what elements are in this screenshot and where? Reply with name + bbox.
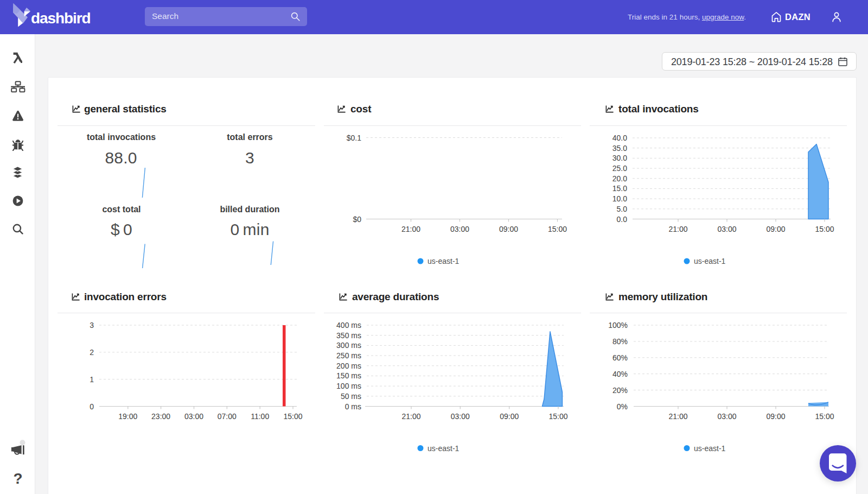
svg-text:15:00: 15:00 [548, 225, 567, 233]
svg-text:23:00: 23:00 [151, 412, 170, 421]
svg-text:21:00: 21:00 [668, 412, 687, 421]
svg-text:20.0: 20.0 [612, 174, 627, 183]
svg-text:5.0: 5.0 [617, 205, 628, 213]
svg-text:21:00: 21:00 [401, 225, 420, 233]
svg-text:300 ms: 300 ms [336, 341, 361, 350]
svg-text:09:00: 09:00 [766, 225, 785, 233]
svg-text:100%: 100% [608, 321, 628, 330]
svg-text:250 ms: 250 ms [336, 351, 361, 360]
svg-text:09:00: 09:00 [766, 412, 785, 421]
svg-text:100 ms: 100 ms [336, 382, 361, 390]
svg-text:03:00: 03:00 [451, 412, 470, 421]
svg-text:0.0: 0.0 [617, 215, 628, 224]
svg-text:03:00: 03:00 [717, 412, 736, 421]
svg-text:400 ms: 400 ms [336, 321, 361, 330]
svg-text:40%: 40% [612, 370, 628, 378]
svg-text:03:00: 03:00 [450, 225, 469, 233]
svg-text:15:00: 15:00 [815, 412, 834, 421]
svg-text:60%: 60% [612, 353, 628, 362]
svg-text:11:00: 11:00 [251, 412, 269, 421]
svg-text:0: 0 [90, 402, 94, 411]
svg-text:15:00: 15:00 [283, 412, 302, 421]
svg-text:200 ms: 200 ms [336, 362, 361, 370]
svg-text:03:00: 03:00 [184, 412, 203, 421]
svg-text:15.0: 15.0 [612, 184, 627, 193]
svg-text:35.0: 35.0 [612, 144, 627, 153]
svg-text:21:00: 21:00 [668, 225, 687, 233]
svg-text:10.0: 10.0 [612, 194, 627, 203]
svg-text:21:00: 21:00 [401, 412, 420, 421]
svg-text:$0.1: $0.1 [347, 134, 361, 142]
svg-text:03:00: 03:00 [717, 225, 736, 233]
svg-text:$0: $0 [353, 215, 361, 224]
svg-text:us-east-1: us-east-1 [694, 257, 726, 265]
svg-text:150 ms: 150 ms [336, 371, 361, 380]
svg-text:2: 2 [90, 348, 94, 357]
svg-text:20%: 20% [612, 386, 628, 395]
svg-text:us-east-1: us-east-1 [427, 257, 459, 265]
svg-text:0 ms: 0 ms [345, 402, 361, 411]
svg-text:350 ms: 350 ms [336, 331, 361, 340]
svg-text:us-east-1: us-east-1 [694, 444, 726, 453]
svg-text:15:00: 15:00 [815, 225, 834, 233]
svg-text:09:00: 09:00 [500, 412, 519, 421]
svg-text:09:00: 09:00 [499, 225, 518, 233]
svg-text:0%: 0% [617, 402, 628, 411]
svg-text:25.0: 25.0 [612, 164, 627, 173]
svg-text:40.0: 40.0 [612, 134, 627, 142]
svg-text:50 ms: 50 ms [341, 392, 361, 401]
svg-text:us-east-1: us-east-1 [427, 444, 459, 453]
svg-text:3: 3 [90, 321, 94, 330]
svg-text:30.0: 30.0 [612, 154, 627, 162]
svg-text:07:00: 07:00 [218, 412, 237, 421]
svg-text:80%: 80% [612, 337, 628, 346]
svg-text:15:00: 15:00 [548, 412, 567, 421]
svg-text:1: 1 [90, 375, 94, 384]
svg-text:19:00: 19:00 [118, 412, 137, 421]
